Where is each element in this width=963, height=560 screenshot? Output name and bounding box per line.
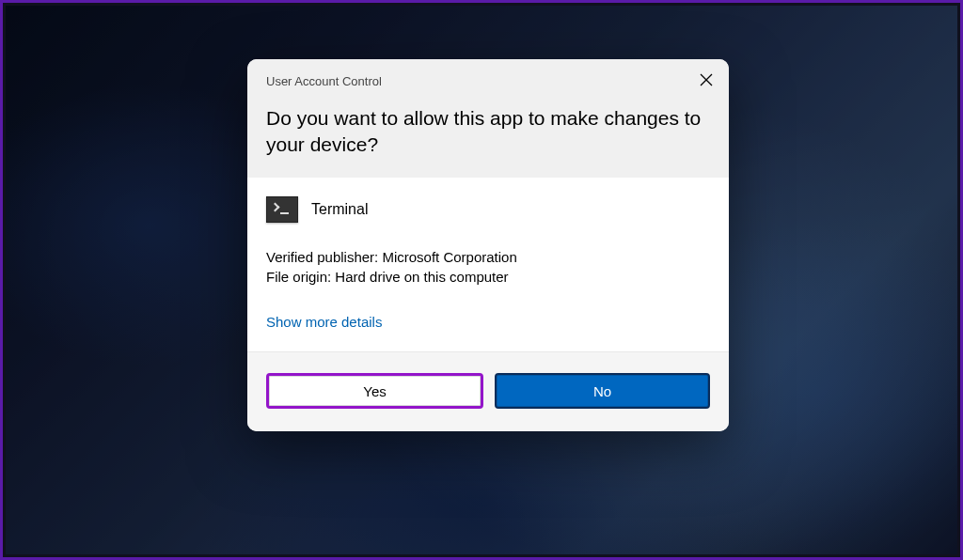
dialog-header: User Account Control Do you want to allo… <box>247 59 729 178</box>
yes-button[interactable]: Yes <box>266 373 483 409</box>
origin-line: File origin: Hard drive on this computer <box>266 267 710 288</box>
app-name: Terminal <box>311 201 368 218</box>
app-identity-row: Terminal <box>266 196 710 223</box>
show-more-details-link[interactable]: Show more details <box>266 314 382 330</box>
dialog-footer: Yes No <box>247 351 729 431</box>
close-button[interactable] <box>697 72 716 91</box>
close-icon <box>700 73 713 90</box>
no-button[interactable]: No <box>495 373 710 409</box>
publisher-details: Verified publisher: Microsoft Corporatio… <box>266 247 710 288</box>
dialog-body: Terminal Verified publisher: Microsoft C… <box>247 178 729 352</box>
dialog-title: User Account Control <box>266 74 710 88</box>
publisher-line: Verified publisher: Microsoft Corporatio… <box>266 247 710 268</box>
terminal-icon <box>266 196 298 223</box>
uac-dialog: User Account Control Do you want to allo… <box>247 59 729 431</box>
dialog-prompt: Do you want to allow this app to make ch… <box>266 105 710 159</box>
